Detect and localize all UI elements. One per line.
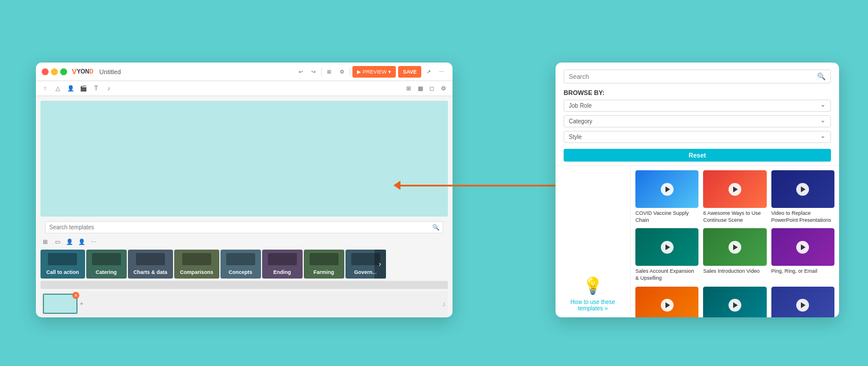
preview-button[interactable]: ▶ PREVIEW ▾ bbox=[352, 66, 396, 78]
play-button-2[interactable] bbox=[796, 183, 809, 196]
video-title-2: Video to Replace PowerPoint Presentation… bbox=[771, 210, 834, 224]
video-card-2[interactable]: Video to Replace PowerPoint Presentation… bbox=[771, 170, 834, 224]
character-icon[interactable]: 👤 bbox=[66, 84, 75, 93]
play-button-4[interactable] bbox=[729, 241, 741, 254]
play-triangle-8 bbox=[801, 302, 806, 308]
separator bbox=[321, 68, 322, 76]
job-role-filter[interactable]: Job Role bbox=[564, 100, 831, 112]
video-card-6[interactable]: Introducing Your Team bbox=[635, 287, 698, 317]
play-button-8[interactable] bbox=[796, 299, 809, 312]
category-label-6: Ending bbox=[273, 269, 291, 275]
redo-button[interactable]: ↪ bbox=[308, 67, 319, 77]
upload-icon[interactable]: ↑ bbox=[41, 84, 50, 93]
logo-text: YOND bbox=[77, 68, 94, 75]
category-chip-concepts[interactable]: Concepts bbox=[220, 250, 261, 279]
lightbulb-icon: 💡 bbox=[583, 276, 603, 295]
panel-search-bar: 🔍 bbox=[564, 69, 831, 83]
editor-bottom: ✕ + ♪ bbox=[41, 291, 448, 316]
more-button[interactable]: ⋯ bbox=[436, 67, 447, 77]
video-title-1: 6 Awesome Ways to Use Continuse Scene bbox=[703, 210, 766, 224]
panel-search-input[interactable] bbox=[569, 73, 817, 80]
video-card-8[interactable]: Metaphors for Content Marketing bbox=[771, 287, 834, 317]
save-button[interactable]: SAVE bbox=[398, 66, 421, 78]
preview-label: PREVIEW bbox=[363, 69, 387, 75]
play-triangle-3 bbox=[665, 244, 670, 250]
category-label-8: Govern... bbox=[354, 269, 377, 275]
category-label-3: Charts & data bbox=[134, 269, 168, 275]
video-card-1[interactable]: 6 Awesome Ways to Use Continuse Scene bbox=[703, 170, 766, 224]
editor-toolbar: ↑ △ 👤 🎬 T ♪ ⊞ ▦ ◻ ⚙ bbox=[36, 81, 453, 96]
category-chip-call-to-action[interactable]: Call to action bbox=[41, 250, 85, 279]
preview-play-icon: ▶ bbox=[357, 69, 361, 75]
video-card-0[interactable]: COVID Vaccine Supply Chain bbox=[635, 170, 698, 224]
chip-thumb-7 bbox=[310, 253, 339, 265]
close-dot[interactable] bbox=[42, 68, 49, 75]
play-button-7[interactable] bbox=[729, 299, 741, 312]
play-button-0[interactable] bbox=[661, 183, 674, 196]
titlebar-actions: ↩ ↪ ⊞ ⚙ ▶ PREVIEW ▾ SAVE ↗ ⋯ bbox=[296, 66, 447, 78]
category-label-5: Concepts bbox=[229, 269, 252, 275]
chip-thumb-6 bbox=[268, 253, 297, 265]
play-triangle-5 bbox=[801, 244, 806, 250]
category-chip-govern[interactable]: Govern... › bbox=[345, 250, 386, 279]
video-card-4[interactable]: Sales Introduction Video bbox=[703, 228, 766, 281]
maximize-dot[interactable] bbox=[60, 68, 67, 75]
template-icon-2[interactable]: ▭ bbox=[53, 237, 62, 246]
video-card-5[interactable]: Ping, Ring, or Email bbox=[771, 228, 834, 281]
category-filter[interactable]: Category bbox=[564, 115, 831, 127]
browse-by-label: BROWSE BY: bbox=[564, 89, 831, 96]
panel-sidebar: 💡 How to use these templates » bbox=[556, 166, 631, 317]
play-button-6[interactable] bbox=[661, 299, 674, 312]
how-to-link[interactable]: How to use these templates » bbox=[560, 299, 626, 312]
display-icon[interactable]: ◻ bbox=[427, 84, 436, 93]
template-search-icon: 🔍 bbox=[432, 224, 439, 230]
video-thumb-4 bbox=[703, 228, 766, 266]
template-icon-4[interactable]: 👤 bbox=[77, 237, 86, 246]
zoom-button[interactable]: ⊞ bbox=[324, 67, 334, 77]
settings-button[interactable]: ⚙ bbox=[337, 67, 347, 77]
grid-icon[interactable]: ⊞ bbox=[404, 84, 413, 93]
play-button-5[interactable] bbox=[796, 241, 809, 254]
category-chip-comparisons[interactable]: Comparisons bbox=[174, 250, 219, 279]
video-card-7[interactable]: Thinking Outside the Box with Sound Effe… bbox=[703, 287, 766, 317]
play-button-1[interactable] bbox=[729, 183, 741, 196]
video-card-3[interactable]: Sales Account Expansion & Upselling bbox=[635, 228, 698, 281]
category-label-1: Call to action bbox=[46, 269, 79, 275]
image-icon[interactable]: △ bbox=[53, 84, 62, 93]
category-chip-ending[interactable]: Ending bbox=[262, 250, 303, 279]
category-chip-farming[interactable]: Farming bbox=[304, 250, 344, 279]
document-title: Untitled bbox=[100, 68, 121, 75]
video-thumb-3 bbox=[635, 228, 698, 266]
category-chip-charts[interactable]: Charts & data bbox=[128, 250, 174, 279]
video-title-4: Sales Introduction Video bbox=[703, 268, 766, 275]
play-triangle-0 bbox=[665, 186, 670, 192]
play-button-3[interactable] bbox=[661, 241, 674, 254]
arrow-left-head bbox=[393, 181, 400, 190]
template-toolbar: ⊞ ▭ 👤 👤 ⋯ bbox=[41, 236, 448, 247]
music-icon[interactable]: ♪ bbox=[104, 84, 113, 93]
template-search-input[interactable] bbox=[49, 224, 432, 230]
editor-canvas bbox=[41, 101, 448, 217]
slide-thumbnail-1[interactable]: ✕ bbox=[43, 294, 78, 314]
undo-button[interactable]: ↩ bbox=[296, 67, 306, 77]
reset-button[interactable]: Reset bbox=[564, 149, 831, 162]
share-button[interactable]: ↗ bbox=[424, 67, 434, 77]
video-thumb-5 bbox=[771, 228, 834, 266]
category-chip-catering[interactable]: Catering bbox=[86, 250, 127, 279]
template-icon-3[interactable]: 👤 bbox=[65, 237, 74, 246]
play-triangle-1 bbox=[733, 186, 738, 192]
scene-icon[interactable]: 🎬 bbox=[79, 84, 88, 93]
layout-icon[interactable]: ▦ bbox=[415, 84, 425, 93]
video-thumb-7 bbox=[703, 287, 766, 317]
template-icon-5[interactable]: ⋯ bbox=[89, 237, 98, 246]
video-title-0: COVID Vaccine Supply Chain bbox=[635, 210, 698, 224]
panel-header: 🔍 BROWSE BY: Job Role Category Style Res… bbox=[556, 63, 839, 166]
style-filter[interactable]: Style bbox=[564, 131, 831, 143]
text-icon[interactable]: T bbox=[91, 84, 101, 93]
options-icon[interactable]: ⚙ bbox=[439, 84, 448, 93]
minimize-dot[interactable] bbox=[51, 68, 58, 75]
video-title-5: Ping, Ring, or Email bbox=[771, 268, 834, 275]
slide-delete-button[interactable]: ✕ bbox=[72, 292, 79, 299]
template-icon-1[interactable]: ⊞ bbox=[41, 237, 50, 246]
music-track-icon: ♪ bbox=[442, 300, 446, 308]
